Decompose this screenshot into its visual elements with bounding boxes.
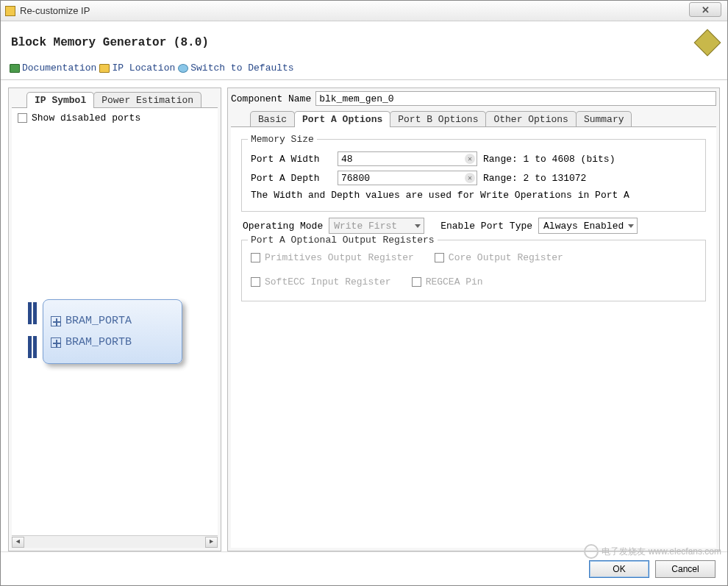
ip-symbol-view: Show disabled ports BRAM_PORTA BRAM_PORT… bbox=[12, 107, 218, 548]
scroll-left-arrow-icon[interactable]: ◄ bbox=[12, 537, 24, 548]
documentation-label: Documentation bbox=[22, 62, 96, 74]
ok-label: OK bbox=[613, 564, 625, 574]
tab-ip-symbol[interactable]: IP Symbol bbox=[26, 92, 94, 108]
horizontal-scrollbar[interactable]: ◄ ► bbox=[12, 535, 218, 548]
refresh-icon bbox=[178, 64, 188, 73]
softecc-row: SoftECC Input Register REGCEA Pin bbox=[251, 276, 696, 287]
bus-connector-icon bbox=[28, 302, 43, 361]
softecc-input-register-checkbox: SoftECC Input Register bbox=[251, 276, 391, 287]
cancel-button[interactable]: Cancel bbox=[655, 560, 715, 578]
ok-button[interactable]: OK bbox=[589, 560, 649, 578]
tab-port-b-options[interactable]: Port B Options bbox=[390, 111, 486, 127]
dialog-window: Re-customize IP ✕ Block Memory Generator… bbox=[0, 0, 728, 586]
close-button[interactable]: ✕ bbox=[689, 2, 721, 17]
operating-mode-select: Write First bbox=[329, 218, 424, 234]
optional-output-registers-group: Port A Optional Output Registers Primiti… bbox=[241, 240, 706, 301]
tab-basic[interactable]: Basic bbox=[250, 111, 295, 127]
clear-icon[interactable]: ✕ bbox=[465, 154, 475, 164]
memory-size-legend: Memory Size bbox=[248, 134, 317, 145]
enable-port-type-label: Enable Port Type bbox=[440, 221, 532, 232]
show-disabled-ports-checkbox[interactable]: Show disabled ports bbox=[12, 108, 218, 128]
memory-size-note: The Width and Depth values are used for … bbox=[251, 190, 696, 201]
app-icon bbox=[5, 6, 15, 16]
window-title: Re-customize IP bbox=[20, 5, 90, 16]
enable-port-type-value: Always Enabled bbox=[543, 221, 624, 232]
left-tabs: IP Symbol Power Estimation bbox=[9, 89, 221, 108]
memory-size-group: Memory Size Port A Width ✕ Range: 1 to 4… bbox=[241, 139, 706, 212]
core-output-register-checkbox: Core Output Register bbox=[435, 252, 563, 263]
chevron-down-icon bbox=[628, 224, 634, 228]
book-icon bbox=[10, 64, 20, 73]
output-registers-row: Primitives Output Register Core Output R… bbox=[251, 252, 696, 263]
port-a-depth-range: Range: 2 to 131072 bbox=[483, 173, 586, 184]
checkbox-icon bbox=[251, 253, 260, 262]
port-a-options-page: Memory Size Port A Width ✕ Range: 1 to 4… bbox=[231, 126, 716, 548]
switch-defaults-link[interactable]: Switch to Defaults bbox=[178, 62, 293, 74]
checkbox-icon bbox=[18, 113, 27, 123]
operating-mode-label: Operating Mode bbox=[243, 221, 323, 232]
header-title: Block Memory Generator (8.0) bbox=[11, 36, 209, 49]
show-disabled-ports-label: Show disabled ports bbox=[32, 112, 140, 124]
port-a-width-label: Port A Width bbox=[251, 154, 332, 165]
checkbox-icon bbox=[251, 277, 260, 287]
clear-icon[interactable]: ✕ bbox=[465, 173, 475, 183]
port-label: BRAM_PORTA bbox=[65, 315, 132, 327]
toolbar: Documentation IP Location Switch to Defa… bbox=[1, 60, 727, 80]
softecc-input-register-label: SoftECC Input Register bbox=[265, 276, 391, 287]
titlebar: Re-customize IP ✕ bbox=[1, 1, 727, 21]
tab-summary[interactable]: Summary bbox=[576, 111, 632, 127]
config-tabs: Basic Port A Options Port B Options Othe… bbox=[228, 111, 719, 127]
product-logo-icon bbox=[694, 29, 721, 57]
component-name-row: Component Name bbox=[228, 88, 719, 110]
port-bram-porta[interactable]: BRAM_PORTA bbox=[51, 315, 174, 327]
close-icon: ✕ bbox=[702, 4, 710, 15]
operating-mode-row: Operating Mode Write First Enable Port T… bbox=[243, 218, 709, 234]
core-output-register-label: Core Output Register bbox=[449, 252, 563, 263]
regcea-pin-label: REGCEA Pin bbox=[426, 276, 483, 287]
port-a-width-row: Port A Width ✕ Range: 1 to 4608 (bits) bbox=[251, 151, 696, 166]
component-name-label: Component Name bbox=[231, 93, 311, 104]
tab-power-estimation[interactable]: Power Estimation bbox=[93, 92, 201, 108]
scroll-right-arrow-icon[interactable]: ► bbox=[205, 537, 218, 548]
port-a-width-input[interactable] bbox=[338, 151, 477, 166]
tab-port-a-options[interactable]: Port A Options bbox=[294, 111, 390, 127]
component-name-input[interactable] bbox=[315, 91, 716, 106]
port-a-depth-input[interactable] bbox=[338, 171, 477, 185]
port-a-width-input-wrap: ✕ bbox=[338, 151, 477, 166]
optional-registers-legend: Port A Optional Output Registers bbox=[248, 235, 438, 246]
chevron-down-icon bbox=[415, 224, 421, 228]
enable-port-type-select[interactable]: Always Enabled bbox=[538, 218, 638, 234]
port-a-depth-row: Port A Depth ✕ Range: 2 to 131072 bbox=[251, 171, 696, 185]
ip-block-symbol[interactable]: BRAM_PORTA BRAM_PORTB bbox=[43, 299, 182, 364]
cancel-label: Cancel bbox=[671, 564, 699, 574]
primitives-output-register-checkbox: Primitives Output Register bbox=[251, 252, 414, 263]
port-a-depth-input-wrap: ✕ bbox=[338, 171, 477, 185]
expand-icon[interactable] bbox=[51, 316, 61, 326]
checkbox-icon bbox=[435, 253, 444, 262]
port-a-width-range: Range: 1 to 4608 (bits) bbox=[483, 154, 615, 165]
body: IP Symbol Power Estimation Show disabled… bbox=[1, 80, 727, 551]
right-panel: Component Name Basic Port A Options Port… bbox=[227, 87, 720, 551]
primitives-output-register-label: Primitives Output Register bbox=[265, 252, 414, 263]
port-label: BRAM_PORTB bbox=[65, 336, 132, 349]
documentation-link[interactable]: Documentation bbox=[10, 62, 96, 74]
port-bram-portb[interactable]: BRAM_PORTB bbox=[51, 336, 174, 349]
folder-icon bbox=[99, 64, 110, 73]
header: Block Memory Generator (8.0) bbox=[1, 21, 727, 60]
regcea-pin-checkbox: REGCEA Pin bbox=[412, 276, 483, 287]
port-a-depth-label: Port A Depth bbox=[251, 173, 332, 184]
switch-defaults-label: Switch to Defaults bbox=[190, 62, 293, 74]
operating-mode-value: Write First bbox=[334, 221, 397, 232]
checkbox-icon bbox=[412, 277, 421, 287]
left-panel: IP Symbol Power Estimation Show disabled… bbox=[8, 87, 221, 551]
footer: OK Cancel bbox=[1, 551, 727, 585]
tab-other-options[interactable]: Other Options bbox=[485, 111, 576, 127]
ip-location-label: IP Location bbox=[112, 62, 175, 74]
ip-location-link[interactable]: IP Location bbox=[99, 62, 175, 74]
expand-icon[interactable] bbox=[51, 337, 61, 348]
